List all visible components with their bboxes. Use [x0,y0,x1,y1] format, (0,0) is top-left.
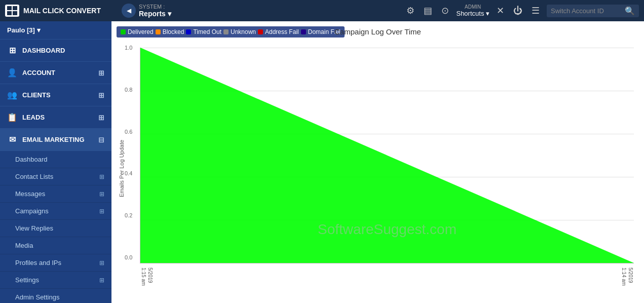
list-icon[interactable]: ▤ [422,3,434,18]
legend-unknown: Unknown [223,28,256,35]
messages-expand-icon: ⊞ [99,191,104,198]
settings-expand-icon: ⊞ [99,277,104,284]
x-tick-right: 5/20191:14 am [621,268,634,286]
sub-item-label: Campaigns [15,207,49,215]
sub-item-label: Contact Lists [15,173,53,180]
address-fail-dot [258,29,263,34]
blocked-dot [156,29,161,34]
sidebar-sub-item-view-replies[interactable]: View Replies [0,220,111,237]
logo-icon [5,5,19,17]
sidebar-item-label: EMAIL MARKETING [22,136,93,143]
sidebar-user[interactable]: Paulo [3] ▾ [0,21,111,40]
clients-expand-icon: ⊞ [98,91,104,99]
y-tick-08: 0.8 [125,87,132,93]
logo: MAIL CLICK CONVERT [5,5,117,17]
leads-icon: 📋 [7,112,17,122]
blocked-label: Blocked [163,28,184,35]
y-tick-00: 0.0 [125,254,132,260]
admin-section: ADMIN Shortcuts ▾ [456,4,489,17]
legend-timed-out: Timed Out [186,28,221,35]
shortcuts-button[interactable]: Shortcuts ▾ [456,10,489,17]
svg-rect-2 [7,11,12,15]
y-tick-04: 0.4 [125,170,132,176]
search-input[interactable] [551,7,622,15]
sidebar-sub-item-profiles-ips[interactable]: Profiles and IPs ⊞ [0,254,111,272]
chart-svg [140,48,634,263]
domain-fail-dot [301,29,306,34]
admin-label: ADMIN [465,4,481,10]
sub-item-label: Media [15,242,33,249]
y-tick-02: 0.2 [125,212,132,218]
top-nav: MAIL CLICK CONVERT ◀ SYSTEM : Reports ▾ … [0,0,644,21]
sidebar-item-clients[interactable]: 👥 CLIENTS ⊞ [0,84,111,106]
dollar-icon[interactable]: ⊙ [439,3,451,18]
sub-item-label: Profiles and IPs [15,259,61,267]
sub-item-label: Messages [15,190,45,198]
sidebar-item-email-marketing[interactable]: ✉ EMAIL MARKETING ⊟ [0,129,111,151]
menu-icon[interactable]: ☰ [529,3,542,18]
timed-out-label: Timed Out [193,28,221,35]
sidebar-sub-item-dashboard[interactable]: Dashboard [0,151,111,168]
svg-marker-4 [140,48,634,263]
sidebar-sub-item-settings[interactable]: Settings ⊞ [0,272,111,289]
sidebar-item-dashboard[interactable]: ⊞ DASHBOARD [0,40,111,62]
sub-item-label: Admin Settings [15,293,59,301]
sidebar-sub-item-messages[interactable]: Messages ⊞ [0,185,111,203]
chart-legend: Delivered Blocked Timed Out Unknown Addr… [117,26,345,37]
system-label: SYSTEM : [139,4,171,10]
search-container: 🔍 [547,5,639,17]
delivered-dot [121,29,126,34]
sidebar-sub-item-campaigns[interactable]: Campaigns ⊞ [0,203,111,220]
sidebar-item-label: LEADS [22,113,93,121]
chart-container: Delivered Blocked Timed Out Unknown Addr… [111,21,644,303]
main-layout: Paulo [3] ▾ ⊞ DASHBOARD 👤 ACCOUNT ⊞ 👥 CL… [0,21,644,303]
reports-button[interactable]: Reports ▾ [139,10,171,18]
unknown-label: Unknown [231,28,256,35]
svg-rect-1 [13,6,17,10]
user-label: Paulo [3] ▾ [7,26,41,34]
email-expand-icon: ⊟ [98,136,104,144]
sidebar-item-label: ACCOUNT [22,69,93,77]
sub-item-label: Dashboard [15,156,48,163]
legend-delivered: Delivered [121,28,154,35]
sub-item-label: Settings [15,276,39,284]
y-axis-label: Emails Per Log Update [117,43,125,294]
x-tick-left: 5/20191:15 am [140,268,154,286]
sidebar-item-label: DASHBOARD [22,47,104,54]
logo-text: MAIL CLICK CONVERT [23,7,101,15]
y-tick-06: 0.6 [125,129,132,135]
content-area: Delivered Blocked Timed Out Unknown Addr… [111,21,644,303]
sidebar-item-leads[interactable]: 📋 LEADS ⊞ [0,106,111,129]
profiles-expand-icon: ⊞ [99,259,104,267]
gear-icon[interactable]: ⚙ [404,3,416,18]
clients-icon: 👥 [7,90,17,100]
cross-icon[interactable]: ✕ [495,3,506,18]
address-fail-label: Address Fail [265,28,299,35]
sidebar-sub-item-admin-settings[interactable]: Admin Settings [0,289,111,303]
contact-lists-expand-icon: ⊞ [99,173,104,180]
search-icon[interactable]: 🔍 [625,6,635,16]
y-tick-1: 1.0 [125,45,132,51]
back-button[interactable]: ◀ [122,4,136,18]
system-section: ◀ SYSTEM : Reports ▾ [122,4,171,18]
legend-blocked: Blocked [156,28,184,35]
sidebar-sub-item-media[interactable]: Media [0,237,111,254]
dashboard-icon: ⊞ [7,46,17,55]
power-icon[interactable]: ⏻ [511,4,524,18]
legend-address-fail: Address Fail [258,28,299,35]
chart-wrapper: Emails Per Log Update 1.0 0.8 0.6 0.4 0.… [117,43,634,294]
sidebar-item-label: CLIENTS [22,91,93,99]
sidebar: Paulo [3] ▾ ⊞ DASHBOARD 👤 ACCOUNT ⊞ 👥 CL… [0,21,111,303]
unknown-dot [223,29,229,34]
campaigns-expand-icon: ⊞ [99,208,104,215]
sub-item-label: View Replies [15,224,53,232]
timed-out-dot [186,29,191,34]
account-expand-icon: ⊞ [98,69,104,77]
sidebar-item-account[interactable]: 👤 ACCOUNT ⊞ [0,62,111,84]
email-icon: ✉ [7,135,17,144]
delivered-label: Delivered [128,28,154,35]
sidebar-sub-item-contact-lists[interactable]: Contact Lists ⊞ [0,168,111,185]
svg-rect-0 [7,6,12,10]
svg-rect-3 [13,11,17,15]
leads-expand-icon: ⊞ [98,113,104,122]
